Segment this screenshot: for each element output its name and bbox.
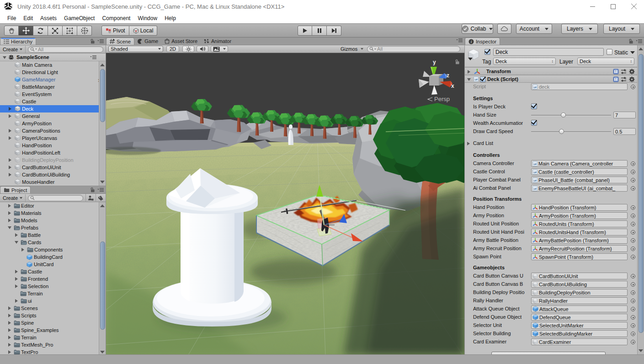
- view-gizmo[interactable]: y z x: [413, 58, 454, 101]
- audio-toggle-button[interactable]: [197, 46, 208, 52]
- slider-thumb[interactable]: [561, 112, 566, 118]
- project-item-terrain[interactable]: Terrain: [0, 290, 106, 297]
- object-picker-icon[interactable]: [631, 230, 635, 235]
- gameobjects-object-field[interactable]: AttackQueue: [531, 305, 628, 312]
- tab-inspector[interactable]: i Inspector: [465, 37, 500, 45]
- hierarchy-item-cardbuttonuibuilding[interactable]: CardButtonUiBuilding: [0, 171, 106, 178]
- object-picker-icon[interactable]: [631, 332, 635, 336]
- project-item-ui[interactable]: ui: [0, 297, 106, 305]
- controllers-object-field[interactable]: c#PhaseUI_Battle (combat_panel): [531, 177, 628, 183]
- hierarchy-create-button[interactable]: Create: [0, 46, 26, 53]
- menu-edit[interactable]: Edit: [20, 14, 37, 23]
- rect-tool-button[interactable]: [63, 26, 77, 36]
- position_transforms-object-field[interactable]: RoutedUnits (Transform): [531, 220, 628, 227]
- object-picker-icon[interactable]: [631, 246, 635, 251]
- scale-tool-button[interactable]: [48, 26, 63, 36]
- hierarchy-item-general[interactable]: General: [0, 112, 106, 120]
- gear-icon[interactable]: [629, 69, 635, 75]
- draw-card-speed-value[interactable]: 0.5: [613, 128, 636, 135]
- object-picker-icon[interactable]: [631, 214, 635, 218]
- menu-component[interactable]: Component: [98, 14, 134, 23]
- project-item-materials[interactable]: Materials: [0, 209, 106, 217]
- lighting-toggle-button[interactable]: [182, 46, 194, 52]
- hierarchy-item-handposition[interactable]: HandPosition: [0, 142, 106, 149]
- gear-icon[interactable]: [629, 76, 635, 83]
- close-button[interactable]: [623, 0, 644, 13]
- project-item-cards[interactable]: Cards: [0, 239, 106, 246]
- object-picker-icon[interactable]: [631, 340, 635, 344]
- hierarchy-item-armyposition[interactable]: ArmyPosition: [0, 120, 106, 127]
- menu-gameobject[interactable]: GameObject: [60, 14, 98, 23]
- controllers-object-field[interactable]: c#Main Camera (Camera_controller: [531, 160, 628, 167]
- layer-dropdown[interactable]: Deck↕: [577, 58, 634, 65]
- script-object-field[interactable]: c#deck: [531, 83, 628, 90]
- object-picker-icon[interactable]: [631, 255, 635, 259]
- layout-dropdown[interactable]: Layout: [603, 24, 640, 34]
- hierarchy-item-deck[interactable]: Deck: [0, 105, 106, 112]
- hierarchy-item-main camera[interactable]: Main Camera: [0, 61, 106, 69]
- project-item-buildingcard[interactable]: BuildingCard: [0, 253, 106, 261]
- gameobjects-object-field[interactable]: DefendQueue: [531, 314, 628, 321]
- position_transforms-object-field[interactable]: ArmyBattlePosition (Transform): [531, 237, 628, 244]
- position_transforms-object-field[interactable]: SpawnPoint (Transform): [531, 253, 628, 260]
- scroll-down-icon[interactable]: [639, 349, 643, 352]
- project-item-scenes[interactable]: Scenes: [0, 305, 106, 312]
- hierarchy-search-input[interactable]: All: [28, 46, 103, 53]
- project-item-battle[interactable]: Battle: [0, 231, 106, 239]
- account-dropdown[interactable]: Account: [516, 24, 552, 34]
- card-list-foldout[interactable]: Card List: [473, 140, 493, 146]
- tab-animator[interactable]: Animator: [201, 37, 234, 45]
- hand-tool-button[interactable]: [4, 26, 19, 36]
- tab-project[interactable]: Project: [0, 186, 31, 193]
- pivot-toggle-button[interactable]: Pivot: [101, 26, 129, 36]
- help-book-icon[interactable]: ?: [613, 76, 619, 83]
- menu-assets[interactable]: Assets: [37, 14, 60, 23]
- object-picker-icon[interactable]: [631, 238, 635, 243]
- local-toggle-button[interactable]: Local: [129, 26, 158, 36]
- tab-asset-store[interactable]: Asset Store: [161, 37, 201, 45]
- 2d-toggle-button[interactable]: 2D: [166, 46, 179, 52]
- object-picker-icon[interactable]: [631, 205, 635, 210]
- script-enabled-checkbox[interactable]: [480, 76, 486, 82]
- preset-icon[interactable]: [621, 77, 627, 83]
- pause-button[interactable]: [312, 26, 327, 36]
- hierarchy-item-castle[interactable]: Castle: [0, 98, 106, 105]
- position_transforms-object-field[interactable]: HandPosition (Transform): [531, 204, 628, 211]
- project-item-prefabs[interactable]: Prefabs: [0, 224, 106, 231]
- project-create-button[interactable]: Create: [0, 194, 26, 202]
- search-by-label-icon[interactable]: [96, 194, 106, 202]
- gameobjects-object-field[interactable]: SelectedBuildingMarker: [531, 330, 628, 337]
- lock-icon[interactable]: [90, 187, 95, 193]
- scene-search-input[interactable]: All: [367, 46, 460, 52]
- position_transforms-object-field[interactable]: ArmyPosition (Transform): [531, 212, 628, 219]
- project-scrollbar[interactable]: [99, 202, 106, 356]
- position_transforms-object-field[interactable]: ArmyRecruitPosition (Transform): [531, 245, 628, 252]
- scroll-down-icon[interactable]: [100, 181, 105, 183]
- menu-help[interactable]: Help: [161, 14, 180, 23]
- hierarchy-item-playeruicanvas[interactable]: PlayerUIcanvas: [0, 134, 106, 142]
- project-item-spine[interactable]: Spine: [0, 319, 106, 327]
- hand-size-value[interactable]: 7: [613, 112, 636, 118]
- collab-button[interactable]: Collab: [462, 24, 493, 34]
- hierarchy-item-handpositionleft[interactable]: HandPositionLeft: [0, 149, 106, 156]
- name-field[interactable]: Deck: [493, 48, 604, 56]
- cloud-button[interactable]: [497, 24, 511, 34]
- hierarchy-item-buildingdeployposition[interactable]: BuildingDeployPosition: [0, 156, 106, 164]
- lock-icon[interactable]: [90, 38, 95, 44]
- project-item-components[interactable]: Components: [0, 246, 106, 253]
- gameobjects-object-field[interactable]: CardButtonUiUnit: [531, 273, 628, 279]
- hierarchy-item-mousehandler[interactable]: MouseHandler: [0, 178, 106, 186]
- static-dropdown-arrow[interactable]: [630, 51, 635, 54]
- gameobjects-object-field[interactable]: SelectedUnitMarker: [531, 322, 628, 329]
- project-item-selection[interactable]: Selection: [0, 283, 106, 290]
- search-by-type-icon[interactable]: [85, 194, 96, 202]
- rotate-tool-button[interactable]: [33, 26, 48, 36]
- controllers-object-field[interactable]: c#EnemyPhaseBattleUI (ai_combat_: [531, 185, 628, 192]
- gameobjects-object-field[interactable]: CardButtonUiBuilding: [531, 281, 628, 288]
- active-checkbox[interactable]: [484, 49, 490, 55]
- project-item-models[interactable]: Models: [0, 217, 106, 224]
- scroll-up-icon[interactable]: [100, 204, 105, 207]
- scene-lock-icon[interactable]: [455, 59, 460, 65]
- scene-viewport[interactable]: y z x Persp: [106, 53, 464, 354]
- scene-menu-icon[interactable]: [90, 55, 96, 59]
